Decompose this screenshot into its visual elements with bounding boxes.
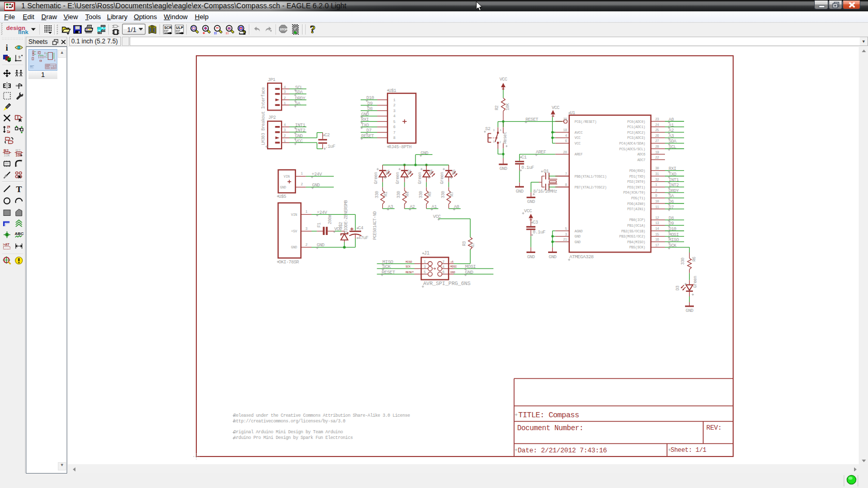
svg-text:?: ? xyxy=(310,23,316,36)
svg-text:PB2(SS/OC1B): PB2(SS/OC1B) xyxy=(621,229,645,233)
svg-text:PC6(/RESET): PC6(/RESET) xyxy=(575,120,597,124)
svg-text:8/16/20MHz: 8/16/20MHz xyxy=(533,189,557,194)
svg-text:INT1: INT1 xyxy=(295,123,305,128)
svg-text:INT2: INT2 xyxy=(295,128,305,133)
svg-text:2: 2 xyxy=(284,96,286,100)
svg-text:R2: R2 xyxy=(494,105,500,111)
svg-text:AVR_SPI_PRG_6NS: AVR_SPI_PRG_6NS xyxy=(423,280,471,287)
svg-text:330: 330 xyxy=(419,191,424,198)
svg-text:25: 25 xyxy=(655,128,659,132)
svg-text:GND: GND xyxy=(575,234,581,239)
svg-text:U$2: U$2 xyxy=(338,222,344,229)
svg-text:4: 4 xyxy=(284,123,286,127)
svg-text:22: 22 xyxy=(655,155,659,160)
svg-text:ABC: ABC xyxy=(15,231,24,236)
svg-text:2: 2 xyxy=(500,140,501,144)
svg-text:PC0(ADC0): PC0(ADC0) xyxy=(627,120,645,124)
svg-text:A2: A2 xyxy=(669,128,674,133)
svg-text:Reset: Reset xyxy=(503,132,508,144)
svg-text:Sheet: 1/1: Sheet: 1/1 xyxy=(671,447,706,454)
svg-text:RXI: RXI xyxy=(361,117,369,122)
svg-text:PB6(XTAL1/TOSC1): PB6(XTAL1/TOSC1) xyxy=(575,175,607,179)
svg-text:MOSI: MOSI xyxy=(451,265,457,269)
svg-text:330: 330 xyxy=(396,191,401,198)
svg-text:SCK: SCK xyxy=(406,265,411,269)
svg-text:D7: D7 xyxy=(669,205,674,210)
svg-text:SCK: SCK xyxy=(382,264,391,270)
svg-text:VCC: VCC xyxy=(524,209,532,214)
svg-text:1: 1 xyxy=(393,98,396,102)
svg-text:MISO: MISO xyxy=(669,238,679,243)
svg-text:PD1(TXD): PD1(TXD) xyxy=(629,175,645,179)
svg-text:PB4(MISO): PB4(MISO) xyxy=(627,240,645,244)
svg-text:3: 3 xyxy=(284,128,286,132)
svg-text:D8: D8 xyxy=(367,106,373,112)
svg-text:330: 330 xyxy=(680,258,686,265)
svg-text:VCC: VCC xyxy=(552,105,560,111)
svg-text:Document Number:: Document Number: xyxy=(517,424,583,432)
svg-text:13: 13 xyxy=(655,221,659,225)
svg-text:PD4(XCK/T0): PD4(XCK/T0) xyxy=(623,191,645,195)
svg-text:C4: C4 xyxy=(358,226,363,231)
svg-text:1: 1 xyxy=(301,171,303,176)
svg-text:10: 10 xyxy=(655,199,659,203)
svg-text:VIN: VIN xyxy=(291,213,297,217)
svg-text:D9: D9 xyxy=(669,221,674,226)
svg-text:5: 5 xyxy=(565,227,567,231)
svg-text:OKI-78SR: OKI-78SR xyxy=(278,260,299,265)
svg-text:MOSI: MOSI xyxy=(669,232,679,238)
svg-text:D6: D6 xyxy=(669,199,674,204)
svg-text:3: 3 xyxy=(565,232,567,237)
svg-text:PB1(OC1A): PB1(OC1A) xyxy=(627,224,645,228)
svg-text:PC2(ADC2): PC2(ADC2) xyxy=(627,131,645,135)
svg-text:RESET: RESET xyxy=(382,270,396,275)
svg-text:GND: GND xyxy=(516,189,523,194)
svg-text:A3: A3 xyxy=(388,204,393,210)
svg-text:SCL: SCL xyxy=(295,85,303,90)
svg-text:RJ45-8PTH: RJ45-8PTH xyxy=(389,145,411,150)
svg-text:3: 3 xyxy=(424,265,426,269)
svg-text:GND: GND xyxy=(527,255,535,260)
svg-text:VCC: VCC xyxy=(500,77,508,82)
svg-text:PC1(ADC1): PC1(ADC1) xyxy=(627,125,645,129)
svg-text:47: 47 xyxy=(471,243,476,248)
svg-text:Green: Green xyxy=(395,172,400,184)
svg-text:6: 6 xyxy=(442,270,444,274)
svg-text:7: 7 xyxy=(393,131,395,135)
svg-text:16: 16 xyxy=(655,238,659,242)
svg-text:4: 4 xyxy=(565,134,567,138)
svg-text:RESET: RESET xyxy=(406,271,414,274)
svg-text:TXO: TXO xyxy=(669,172,676,177)
svg-text:Arduino Pro Mini Design by Spa: Arduino Pro Mini Design by Spark Fun Ele… xyxy=(234,435,353,440)
svg-text:4: 4 xyxy=(500,129,502,132)
svg-text:Green: Green xyxy=(417,172,423,184)
svg-text:6: 6 xyxy=(393,125,396,129)
svg-text:1/1: 1/1 xyxy=(127,26,136,34)
svg-text:29: 29 xyxy=(563,117,567,121)
svg-text:GND: GND xyxy=(575,240,581,244)
svg-text:14: 14 xyxy=(655,227,659,231)
svg-text:2: 2 xyxy=(301,182,303,186)
svg-text:http://creativecommons.org/lic: http://creativecommons.org/licenses/by-s… xyxy=(234,419,346,424)
svg-text:0.1uF: 0.1uF xyxy=(521,165,534,170)
svg-text:AGND: AGND xyxy=(575,229,583,233)
svg-text:VCC: VCC xyxy=(575,136,581,140)
svg-text:D5: D5 xyxy=(452,169,457,175)
svg-text:32: 32 xyxy=(655,178,659,182)
svg-text:VCC: VCC xyxy=(295,139,303,144)
svg-text:5: 5 xyxy=(424,270,426,274)
svg-text:VIN: VIN xyxy=(284,175,290,179)
svg-text:.1uF: .1uF xyxy=(325,144,335,149)
svg-text:2: 2 xyxy=(442,260,444,264)
svg-text:1: 1 xyxy=(284,101,286,105)
svg-text:Green: Green xyxy=(440,172,445,184)
svg-text:REV:: REV: xyxy=(706,424,722,432)
svg-text:330: 330 xyxy=(441,191,446,198)
svg-text:8: 8 xyxy=(565,183,567,187)
svg-text:+24V: +24V xyxy=(312,172,322,177)
svg-text:SCK: SCK xyxy=(669,243,677,248)
svg-text:30: 30 xyxy=(655,166,659,170)
svg-text:A1: A1 xyxy=(431,204,437,210)
svg-text:D2: D2 xyxy=(407,169,412,175)
svg-text:+24V: +24V xyxy=(317,210,328,215)
